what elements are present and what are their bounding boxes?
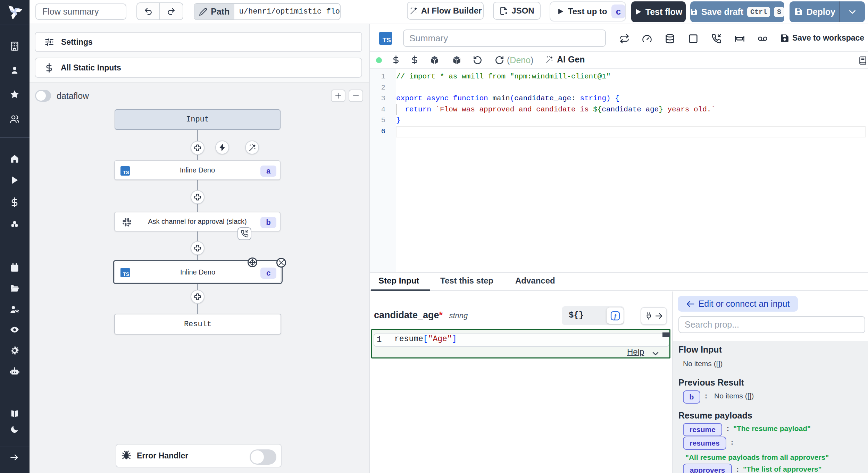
svg-text:f: f [614,312,617,319]
